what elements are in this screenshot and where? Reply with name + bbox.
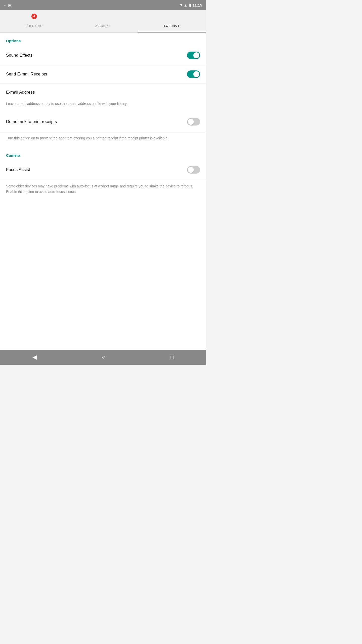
- no-print-toggle[interactable]: [187, 118, 200, 126]
- sim-icon: ▣: [8, 3, 11, 7]
- tab-checkout[interactable]: 4 CHECKOUT: [0, 10, 69, 32]
- tab-account[interactable]: ACCOUNT: [69, 10, 137, 32]
- tab-settings-label: SETTINGS: [164, 24, 180, 27]
- setting-focus-assist: Focus Assist: [0, 160, 206, 179]
- checkout-badge: 4: [31, 14, 37, 19]
- wifi-icon: ▾: [180, 3, 182, 7]
- sound-effects-toggle[interactable]: [187, 52, 200, 59]
- clock: 11:15: [193, 3, 202, 7]
- section-options: Options Sound Effects Send E-mail Receip…: [0, 33, 206, 147]
- section-camera: Camera Focus Assist Some older devices m…: [0, 147, 206, 201]
- recent-button[interactable]: □: [165, 351, 178, 363]
- email-address-label: E-mail Address: [6, 90, 200, 95]
- setting-send-email: Send E-mail Receipts: [0, 65, 206, 84]
- battery-icon: ▮: [189, 3, 191, 7]
- setting-no-print: Do not ask to print receipts: [0, 112, 206, 131]
- email-address-row: E-mail Address: [0, 84, 206, 97]
- focus-assist-description: Some older devices may have problems wit…: [0, 179, 206, 201]
- home-button[interactable]: ○: [97, 351, 110, 363]
- tab-settings[interactable]: SETTINGS: [138, 10, 206, 32]
- send-email-label: Send E-mail Receipts: [6, 72, 47, 77]
- sound-effects-label: Sound Effects: [6, 53, 33, 58]
- tab-account-label: ACCOUNT: [95, 24, 111, 27]
- no-print-description: Turn this option on to prevent the app f…: [0, 131, 206, 147]
- sound-effects-knob: [193, 52, 199, 58]
- send-email-toggle[interactable]: [187, 70, 200, 78]
- no-print-label: Do not ask to print receipts: [6, 119, 57, 124]
- focus-assist-toggle[interactable]: [187, 166, 200, 174]
- nav-tabs: 4 CHECKOUT ACCOUNT SETTINGS: [0, 10, 206, 33]
- no-print-knob: [188, 119, 194, 125]
- tab-checkout-label: CHECKOUT: [26, 24, 43, 27]
- send-email-knob: [193, 71, 199, 77]
- circle-icon: ○: [4, 3, 6, 7]
- status-bar: ○ ▣ ▾ ▲ ▮ 11:15: [0, 0, 206, 10]
- status-left-icons: ○ ▣: [4, 3, 11, 7]
- bottom-nav-bar: ◀ ○ □: [0, 350, 206, 365]
- email-address-description: Leave e-mail address empty to use the e-…: [0, 97, 206, 112]
- status-right-icons: ▾ ▲ ▮ 11:15: [180, 3, 202, 7]
- setting-sound-effects: Sound Effects: [0, 46, 206, 65]
- options-header: Options: [0, 33, 206, 46]
- camera-header: Camera: [0, 147, 206, 160]
- back-button[interactable]: ◀: [27, 351, 42, 363]
- focus-assist-label: Focus Assist: [6, 167, 30, 172]
- main-content: Options Sound Effects Send E-mail Receip…: [0, 33, 206, 350]
- signal-icon: ▲: [184, 3, 188, 7]
- focus-assist-knob: [188, 167, 194, 173]
